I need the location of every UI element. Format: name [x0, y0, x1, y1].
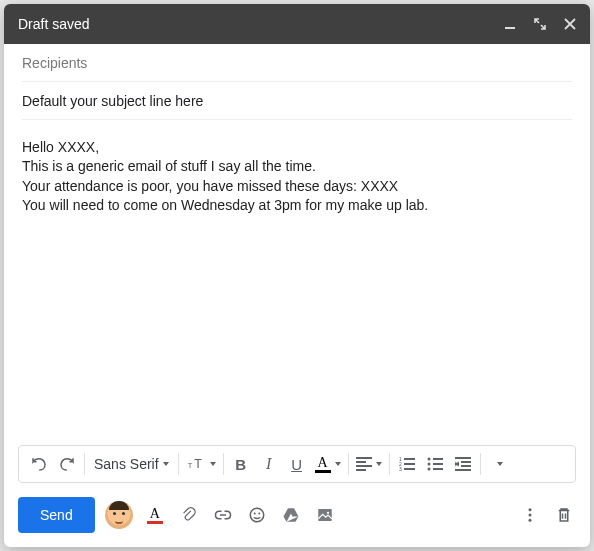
bold-button[interactable]: B — [227, 450, 255, 478]
header-fields: Recipients Default your subject line her… — [4, 44, 590, 120]
text-color-dropdown[interactable]: A — [311, 450, 345, 478]
attachment-icon[interactable] — [177, 503, 201, 527]
send-button[interactable]: Send — [18, 497, 95, 533]
svg-point-14 — [529, 508, 532, 511]
format-toolbar: Sans Serif TT B I U A 123 — [18, 445, 576, 483]
undo-button[interactable] — [25, 450, 53, 478]
drive-icon[interactable] — [279, 503, 303, 527]
svg-point-9 — [250, 508, 264, 522]
underline-button[interactable]: U — [283, 450, 311, 478]
align-dropdown[interactable] — [352, 450, 386, 478]
delete-icon[interactable] — [552, 503, 576, 527]
fullscreen-icon[interactable] — [532, 16, 548, 32]
titlebar: Draft saved — [4, 4, 590, 44]
svg-text:T: T — [194, 457, 202, 471]
svg-rect-0 — [505, 27, 515, 29]
svg-point-15 — [529, 514, 532, 517]
svg-rect-12 — [318, 509, 332, 521]
close-icon[interactable] — [562, 16, 578, 32]
emoji-icon[interactable] — [245, 503, 269, 527]
compose-window: Draft saved Recipients Default your subj… — [4, 4, 590, 547]
numbered-list-button[interactable]: 123 — [393, 450, 421, 478]
svg-point-16 — [529, 519, 532, 522]
more-options-icon[interactable] — [518, 503, 542, 527]
separator — [223, 453, 224, 475]
redo-button[interactable] — [53, 450, 81, 478]
more-formatting-dropdown[interactable] — [484, 450, 512, 478]
svg-point-11 — [258, 513, 260, 515]
minimize-icon[interactable] — [502, 16, 518, 32]
svg-point-7 — [427, 463, 430, 466]
message-body[interactable]: Hello XXXX, This is a generic email of s… — [4, 120, 590, 445]
window-title: Draft saved — [18, 16, 502, 32]
bottom-bar: Send A — [4, 489, 590, 547]
svg-point-10 — [253, 513, 255, 515]
font-size-dropdown[interactable]: TT — [182, 450, 220, 478]
bulleted-list-button[interactable] — [421, 450, 449, 478]
italic-button[interactable]: I — [255, 450, 283, 478]
avatar-icon[interactable] — [105, 501, 133, 529]
svg-point-8 — [427, 468, 430, 471]
link-icon[interactable] — [211, 503, 235, 527]
separator — [389, 453, 390, 475]
window-controls — [502, 16, 578, 32]
separator — [178, 453, 179, 475]
recipients-field[interactable]: Recipients — [22, 44, 572, 82]
svg-text:3: 3 — [399, 466, 402, 471]
font-family-dropdown[interactable]: Sans Serif — [88, 450, 175, 478]
text-color-icon[interactable]: A — [143, 503, 167, 527]
svg-point-6 — [427, 458, 430, 461]
image-icon[interactable] — [313, 503, 337, 527]
separator — [480, 453, 481, 475]
separator — [84, 453, 85, 475]
separator — [348, 453, 349, 475]
subject-field[interactable]: Default your subject line here — [22, 82, 572, 120]
svg-point-13 — [327, 512, 329, 514]
indent-less-button[interactable] — [449, 450, 477, 478]
svg-text:T: T — [187, 461, 192, 470]
